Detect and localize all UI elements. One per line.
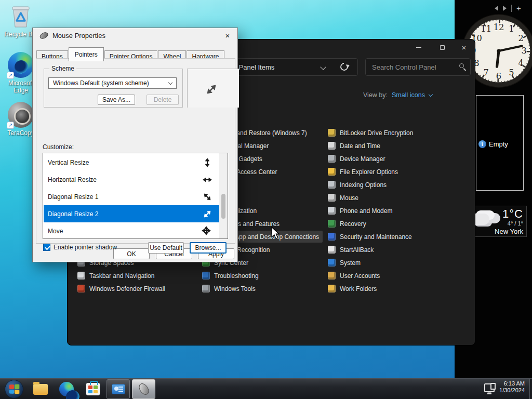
browse-button[interactable]: Browse...: [190, 242, 227, 254]
weather-range: 4° / 1°: [508, 220, 523, 227]
svg-text:4: 4: [518, 58, 523, 68]
pointer-list[interactable]: Vertical Resize Horizontal Resize Diagon…: [43, 153, 228, 239]
svg-text:3: 3: [521, 46, 526, 56]
vertical-scrollbar[interactable]: [219, 153, 228, 238]
windows-tools-icon: [202, 285, 210, 292]
mouse-properties-dialog: Mouse Properties × Buttons Pointers Poin…: [32, 28, 238, 262]
desktop-screen: + 1 2 3 4 5 6 7 8 9 10 11 12: [0, 0, 532, 399]
refresh-icon[interactable]: [339, 61, 350, 72]
pointers-tab-page: Scheme Windows Default (system scheme) S…: [36, 58, 235, 244]
scheme-label: Scheme: [49, 65, 76, 72]
list-item-horizontal-resize[interactable]: Horizontal Resize: [44, 171, 220, 188]
cp-item-windows-defender-firewall[interactable]: Windows Defender Firewall: [76, 283, 199, 295]
taskbar-mouse-properties-button[interactable]: [132, 379, 155, 399]
cp-item-bitlocker[interactable]: BitLocker Drive Encryption: [326, 127, 449, 139]
weather-city: New York: [495, 228, 523, 235]
start-button[interactable]: [5, 380, 23, 398]
svg-text:5: 5: [509, 68, 514, 77]
move-cursor-icon: [201, 225, 212, 237]
weather-gadget[interactable]: 1°C 4° / 1° New York: [474, 206, 527, 237]
security-maintenance-icon: [328, 233, 336, 241]
svg-text:11: 11: [481, 24, 491, 34]
chevron-down-icon[interactable]: [429, 92, 433, 96]
save-as-button[interactable]: Save As...: [98, 95, 135, 105]
chevron-down-icon: [168, 80, 172, 84]
delete-button[interactable]: Delete: [147, 95, 179, 105]
show-desktop-button[interactable]: [529, 379, 532, 399]
svg-text:7: 7: [484, 68, 489, 77]
gadget-next-icon[interactable]: [503, 6, 507, 11]
troubleshooting-icon: [202, 272, 210, 280]
edge-icon: [59, 382, 74, 396]
mouse-icon: [137, 382, 151, 397]
cp-item-taskbar-and-navigation[interactable]: Taskbar and Navigation: [76, 270, 199, 282]
shortcut-arrow-icon: ↗: [7, 72, 14, 79]
hour-hand: [497, 51, 499, 66]
work-folders-icon: [328, 285, 336, 292]
drive-meter-gadget[interactable]: i Empty: [476, 95, 524, 191]
minimize-button[interactable]: [411, 42, 427, 53]
cp-item-file-explorer-options[interactable]: File Explorer Options: [326, 166, 449, 178]
info-icon: i: [478, 140, 486, 148]
scheme-value: Windows Default (system scheme): [53, 79, 149, 87]
cp-item-phone-and-modem[interactable]: Phone and Modem: [326, 205, 449, 217]
taskbar-control-panel-button[interactable]: [107, 379, 130, 399]
use-default-button[interactable]: Use Default: [148, 242, 184, 254]
cp-item-windows-tools[interactable]: Windows Tools: [201, 283, 324, 295]
system-tray: 6:13 AM 1/30/2024: [484, 380, 525, 394]
svg-text:2: 2: [518, 33, 523, 43]
scrollbar-thumb[interactable]: [221, 194, 225, 219]
list-item-diagonal-resize-2[interactable]: Diagonal Resize 2: [44, 205, 220, 222]
cp-item-startallback[interactable]: StartAllBack: [326, 244, 449, 256]
windows-logo-icon: [9, 384, 19, 394]
indexing-options-icon: [328, 181, 336, 189]
cp-item-mouse[interactable]: Mouse: [326, 192, 449, 204]
taskbar-file-explorer[interactable]: [33, 382, 49, 396]
close-button[interactable]: ×: [456, 42, 472, 53]
cp-item-user-accounts[interactable]: User Accounts: [326, 270, 449, 282]
chevron-down-icon[interactable]: [320, 64, 326, 70]
gadget-prev-icon[interactable]: [495, 6, 498, 11]
tab-pointers[interactable]: Pointers: [69, 47, 104, 61]
pointer-preview-box: [187, 69, 239, 108]
list-item-vertical-resize[interactable]: Vertical Resize: [44, 154, 220, 171]
taskbar-edge[interactable]: [59, 382, 75, 396]
cp-item-recovery[interactable]: Recovery: [326, 218, 449, 230]
tray-time: 6:13 AM: [499, 380, 525, 387]
cp-item-security-and-maintenance[interactable]: Security and Maintenance: [326, 231, 449, 243]
taskbar-icon: [77, 272, 85, 280]
file-explorer-options-icon: [328, 168, 336, 176]
scheme-select[interactable]: Windows Default (system scheme): [48, 77, 177, 89]
cp-item-troubleshooting[interactable]: Troubleshooting: [201, 270, 324, 282]
enable-pointer-shadow-checkbox[interactable]: [43, 244, 50, 251]
view-by-control[interactable]: View by: Small icons: [363, 91, 432, 99]
taskbar-store[interactable]: [85, 382, 101, 396]
ok-button[interactable]: OK: [113, 248, 150, 259]
maximize-button[interactable]: [434, 42, 450, 53]
device-manager-icon: [328, 155, 336, 163]
gadget-add-button[interactable]: +: [516, 5, 521, 12]
dialog-title: Mouse Properties: [52, 32, 105, 39]
list-item-diagonal-resize-1[interactable]: Diagonal Resize 1: [44, 188, 220, 205]
close-icon[interactable]: ×: [222, 31, 233, 42]
vertical-resize-cursor-icon: [202, 157, 212, 168]
shortcut-arrow-icon: ↗: [7, 122, 14, 129]
dialog-titlebar: Mouse Properties: [39, 32, 105, 39]
cp-item-work-folders[interactable]: Work Folders: [326, 283, 449, 295]
search-input[interactable]: [372, 63, 450, 71]
recovery-icon: [328, 220, 336, 228]
date-time-icon: [328, 142, 336, 150]
network-tray-icon[interactable]: [484, 383, 495, 392]
recycle-bin-icon: [8, 3, 34, 29]
list-item-move[interactable]: Move: [44, 222, 220, 239]
diagonal-resize-2-cursor-icon: [202, 80, 221, 99]
cp-item-date-and-time[interactable]: Date and Time: [326, 140, 449, 152]
cp-item-system[interactable]: System: [326, 257, 449, 269]
search-box[interactable]: [365, 58, 471, 76]
clock-tray[interactable]: 6:13 AM 1/30/2024: [499, 380, 525, 394]
cp-item-device-manager[interactable]: Device Manager: [326, 153, 449, 165]
bitlocker-icon: [328, 129, 336, 137]
view-by-value[interactable]: Small icons: [392, 91, 425, 99]
cp-item-indexing-options[interactable]: Indexing Options: [326, 179, 449, 191]
search-icon[interactable]: [459, 63, 464, 68]
